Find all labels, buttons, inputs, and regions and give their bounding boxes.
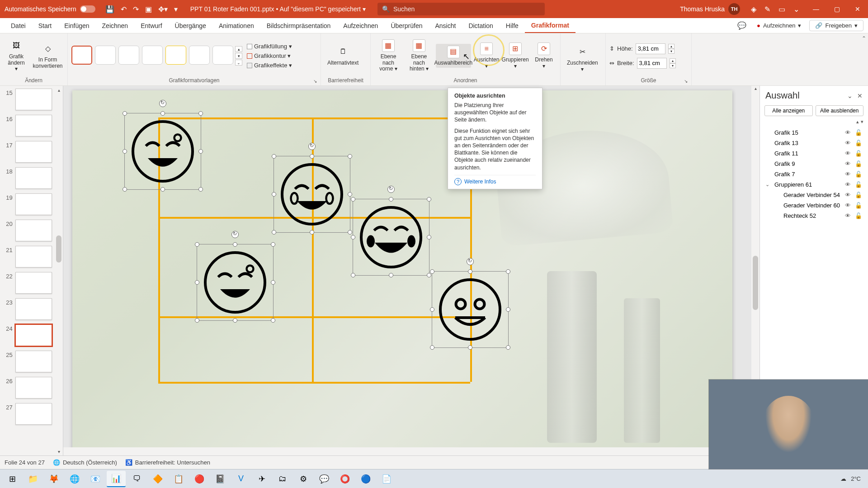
rotate-handle[interactable] [159, 100, 166, 107]
convert-to-shape-button[interactable]: ◇ In Form konvertieren [32, 41, 64, 71]
resize-handle[interactable] [389, 197, 393, 202]
style-thumb[interactable] [118, 46, 139, 65]
resize-handle[interactable] [233, 318, 237, 323]
slide-thumbnail[interactable]: 27 [3, 403, 52, 425]
thumbnails-scrollbar[interactable]: ▴ ▾ [55, 86, 63, 455]
file-explorer-icon[interactable]: 📁 [24, 471, 42, 487]
resize-handle[interactable] [348, 230, 352, 235]
rotate-handle[interactable] [231, 231, 239, 238]
lock-icon[interactable]: 🔓 [854, 192, 863, 198]
resize-handle[interactable] [271, 242, 275, 247]
resize-handle[interactable] [195, 242, 199, 247]
visibility-icon[interactable]: 👁 [844, 192, 852, 198]
slide-thumbnail[interactable]: 23 [3, 298, 52, 320]
change-graphic-button[interactable]: 🖼 Grafik ändern ▾ [4, 38, 29, 74]
slide-thumbnail[interactable]: 18 [3, 167, 52, 189]
resize-handle[interactable] [123, 149, 127, 154]
lock-icon[interactable]: 🔓 [854, 212, 863, 219]
scroll-thumb[interactable] [56, 235, 61, 263]
slide-canvas[interactable]: .grid-h:nth-of-type(1){} [72, 90, 732, 461]
app-icon[interactable]: ⭕ [335, 471, 354, 487]
resize-handle[interactable] [272, 192, 276, 197]
resize-handle[interactable] [348, 192, 352, 197]
slide-thumbnail[interactable]: 24 [3, 324, 52, 346]
app-icon[interactable]: 🔵 [356, 471, 375, 487]
canvas-horizontal-scrollbar[interactable] [63, 447, 751, 455]
tab-ueberpruefen[interactable]: Überprüfen [384, 18, 429, 33]
style-thumb[interactable] [189, 46, 210, 65]
height-spinner[interactable]: ▴▾ [668, 44, 675, 54]
resize-handle[interactable] [351, 197, 355, 202]
resize-handle[interactable] [272, 230, 276, 235]
hide-all-button[interactable]: Alle ausblenden [816, 105, 864, 116]
tab-grafikformat[interactable]: Grafikformat [525, 18, 576, 33]
styles-launcher-icon[interactable]: ↘ [313, 79, 317, 84]
resize-handle[interactable] [123, 187, 127, 192]
autosave-toggle[interactable]: Automatisches Speichern [0, 5, 100, 13]
resize-handle[interactable] [310, 154, 314, 159]
resize-handle[interactable] [506, 269, 510, 274]
slide-thumbnail[interactable]: 19 [3, 193, 52, 215]
vlc-icon[interactable]: 🔶 [148, 471, 167, 487]
lock-icon[interactable]: 🔓 [854, 150, 863, 157]
scroll-down-icon[interactable]: ▾ [55, 447, 63, 455]
present-icon[interactable]: ▣ [145, 5, 152, 14]
graphic-outline-button[interactable]: Grafikkontur ▾ [245, 52, 294, 60]
rotate-button[interactable]: ⟳Drehen ▾ [531, 41, 557, 71]
tab-bildschirmpraesentation[interactable]: Bildschirmpräsentation [260, 18, 337, 33]
app-icon[interactable]: 🗨 [127, 471, 146, 487]
slide-count[interactable]: Folie 24 von 27 [5, 459, 45, 466]
resize-handle[interactable] [198, 149, 203, 154]
move-up-icon[interactable]: ▴ [856, 119, 859, 125]
resize-handle[interactable] [506, 345, 510, 350]
visibility-icon[interactable]: 👁 [844, 202, 852, 209]
alt-text-button[interactable]: 🗒 Alternativtext [325, 44, 361, 68]
redo-icon[interactable]: ↷ [133, 5, 139, 14]
move-down-icon[interactable]: ▾ [861, 119, 863, 125]
pane-close-icon[interactable]: ✕ [857, 92, 863, 99]
resize-handle[interactable] [430, 269, 434, 274]
resize-handle[interactable] [351, 273, 355, 277]
resize-handle[interactable] [351, 235, 355, 239]
weather-icon[interactable]: ☁ [840, 475, 846, 482]
lock-icon[interactable]: 🔓 [854, 160, 863, 167]
bring-forward-button[interactable]: ▦Ebene nach vorne ▾ [374, 38, 402, 74]
tab-datei[interactable]: Datei [5, 18, 32, 33]
style-thumb[interactable] [71, 46, 92, 65]
resize-handle[interactable] [506, 307, 510, 312]
selection-item[interactable]: Grafik 11👁🔓 [763, 148, 865, 159]
language-status[interactable]: 🌐Deutsch (Österreich) [53, 459, 117, 466]
resize-handle[interactable] [271, 280, 275, 285]
qat-more-icon[interactable]: ▾ [174, 5, 178, 14]
styles-gallery-scroll[interactable]: ▴▾⌄ [235, 46, 242, 66]
visibility-icon[interactable]: 👁 [844, 181, 852, 188]
onenote-icon[interactable]: 📓 [211, 471, 230, 487]
rotate-handle[interactable] [308, 143, 316, 150]
app-icon[interactable]: 🔴 [190, 471, 209, 487]
start-button[interactable]: ⊞ [3, 471, 22, 487]
slide-thumbnail[interactable]: 20 [3, 220, 52, 241]
resize-handle[interactable] [427, 273, 431, 277]
group-button[interactable]: ⊞Gruppieren ▾ [502, 41, 528, 71]
style-thumb[interactable] [212, 46, 233, 65]
width-input[interactable] [637, 58, 667, 69]
powerpoint-icon[interactable]: 📊 [107, 471, 126, 487]
resize-handle[interactable] [272, 154, 276, 159]
resize-handle[interactable] [427, 235, 431, 239]
resize-handle[interactable] [123, 111, 127, 116]
resize-handle[interactable] [160, 111, 165, 116]
style-thumb[interactable] [95, 46, 116, 65]
resize-handle[interactable] [310, 230, 314, 235]
align-button[interactable]: ≡Ausrichten ▾ [474, 41, 499, 71]
accessibility-status[interactable]: ♿Barrierefreiheit: Untersuchen [125, 459, 210, 466]
account-button[interactable]: Thomas Hruska TH [675, 3, 745, 15]
selection-item[interactable]: Grafik 15👁🔓 [763, 127, 865, 138]
pane-dropdown-icon[interactable]: ⌄ [847, 92, 853, 99]
comments-icon[interactable]: 💬 [735, 21, 749, 30]
show-all-button[interactable]: Alle anzeigen [764, 105, 813, 116]
tooltip-more-info-link[interactable]: ?Weitere Infos [454, 175, 536, 185]
toggle-switch[interactable] [80, 5, 95, 13]
lock-icon[interactable]: 🔓 [854, 171, 863, 178]
visibility-icon[interactable]: 👁 [844, 160, 852, 167]
firefox-icon[interactable]: 🦊 [44, 471, 63, 487]
